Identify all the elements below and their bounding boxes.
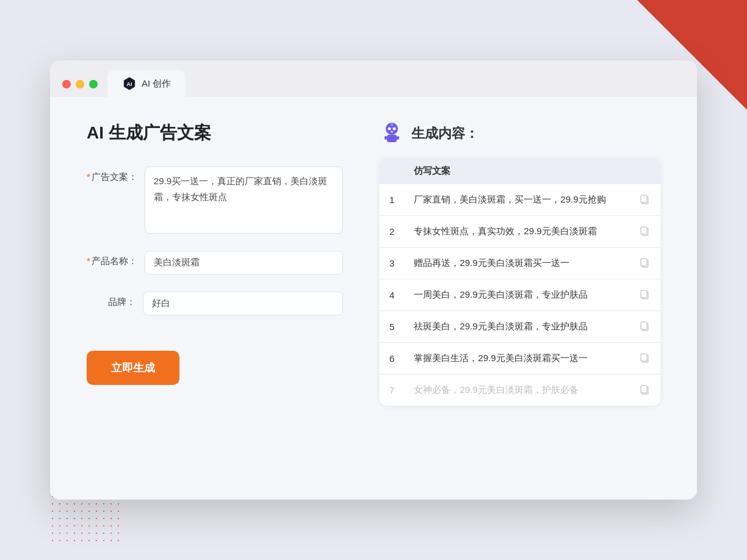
result-title: 生成内容： (411, 124, 478, 143)
column-header: 仿写文案 (404, 158, 629, 184)
row-number: 4 (380, 279, 404, 311)
row-number: 6 (380, 343, 404, 375)
table-row: 3 赠品再送，29.9元美白淡斑霜买一送一 (380, 248, 660, 279)
brand-group: 品牌： (87, 292, 343, 315)
main-content: AI 生成广告文案 *广告文案： 29.9买一送一，真正的厂家直销，美白淡斑霜，… (50, 97, 697, 500)
row-number: 1 (380, 184, 404, 216)
ad-copy-input[interactable]: 29.9买一送一，真正的厂家直销，美白淡斑霜，专抹女性斑点 (145, 167, 343, 234)
copy-icon[interactable] (638, 383, 651, 395)
row-text: 掌握美白生活，29.9元美白淡斑霜买一送一 (404, 343, 629, 375)
copy-icon[interactable] (638, 351, 651, 364)
right-panel: 生成内容： 仿写文案 1 厂家直销，美白淡斑霜，买一送一，29.9元抢购 (380, 121, 660, 475)
svg-rect-17 (641, 290, 647, 298)
table-row: 7 女神必备，29.9元美白淡斑霜，护肤必备 (380, 375, 660, 406)
copy-cell (629, 279, 660, 311)
result-header: 生成内容： (380, 121, 660, 146)
copy-cell (629, 216, 660, 248)
svg-rect-15 (641, 259, 647, 266)
maximize-button[interactable] (89, 80, 98, 88)
close-button[interactable] (62, 80, 71, 88)
svg-rect-5 (391, 131, 393, 132)
required-star-1: * (87, 171, 90, 182)
tab-label: AI 创作 (142, 78, 171, 90)
copy-cell (629, 311, 660, 343)
generate-button[interactable]: 立即生成 (87, 351, 179, 385)
table-row: 2 专抹女性斑点，真实功效，29.9元美白淡斑霜 (380, 216, 660, 248)
brand-input[interactable] (143, 292, 343, 315)
ad-copy-group: *广告文案： 29.9买一送一，真正的厂家直销，美白淡斑霜，专抹女性斑点 (87, 167, 343, 234)
svg-point-3 (388, 127, 391, 131)
ai-tab-icon: AI (122, 76, 137, 91)
svg-rect-23 (641, 386, 647, 393)
svg-rect-21 (641, 354, 647, 361)
minimize-button[interactable] (76, 80, 84, 88)
product-name-group: *产品名称： (87, 251, 343, 275)
page-title: AI 生成广告文案 (87, 121, 343, 145)
ad-copy-label: *广告文案： (87, 167, 137, 183)
svg-text:AI: AI (127, 81, 132, 87)
table-row: 6 掌握美白生活，29.9元美白淡斑霜买一送一 (380, 343, 660, 375)
svg-rect-2 (387, 135, 397, 142)
copy-icon[interactable] (638, 288, 651, 300)
browser-window: AI AI 创作 AI 生成广告文案 *广告文案： 29.9买一送一，真正的厂家… (50, 60, 697, 500)
product-name-label: *产品名称： (87, 251, 137, 267)
svg-rect-8 (384, 136, 387, 140)
copy-icon[interactable] (638, 320, 651, 332)
row-text: 专抹女性斑点，真实功效，29.9元美白淡斑霜 (404, 216, 629, 248)
svg-rect-9 (397, 136, 399, 140)
copy-cell (629, 375, 660, 406)
row-number: 5 (380, 311, 404, 343)
svg-rect-19 (641, 322, 647, 329)
bg-dots (49, 493, 122, 542)
row-number: 7 (380, 375, 404, 406)
table-row: 4 一周美白，29.9元美白淡斑霜，专业护肤品 (380, 279, 660, 311)
window-controls (62, 80, 98, 97)
copy-cell (629, 248, 660, 279)
copy-cell (629, 184, 660, 216)
svg-rect-11 (641, 195, 647, 203)
svg-point-4 (393, 127, 396, 131)
copy-icon[interactable] (638, 193, 651, 205)
row-text: 女神必备，29.9元美白淡斑霜，护肤必备 (404, 375, 629, 406)
table-header: 仿写文案 (380, 158, 660, 184)
result-container: 仿写文案 1 厂家直销，美白淡斑霜，买一送一，29.9元抢购 2 专抹女性斑点，… (380, 158, 660, 406)
required-star-2: * (87, 256, 90, 266)
table-row: 1 厂家直销，美白淡斑霜，买一送一，29.9元抢购 (380, 184, 660, 216)
row-text: 祛斑美白，29.9元美白淡斑霜，专业护肤品 (404, 311, 629, 343)
row-text: 一周美白，29.9元美白淡斑霜，专业护肤品 (404, 279, 629, 311)
title-bar: AI AI 创作 (50, 60, 697, 97)
copy-icon[interactable] (638, 224, 651, 237)
active-tab[interactable]: AI AI 创作 (107, 70, 186, 97)
row-text: 厂家直销，美白淡斑霜，买一送一，29.9元抢购 (404, 184, 629, 216)
copy-cell (629, 343, 660, 375)
robot-icon (380, 121, 404, 146)
result-table: 仿写文案 1 厂家直销，美白淡斑霜，买一送一，29.9元抢购 2 专抹女性斑点，… (380, 158, 660, 406)
table-row: 5 祛斑美白，29.9元美白淡斑霜，专业护肤品 (380, 311, 660, 343)
svg-rect-13 (641, 227, 647, 234)
row-number: 3 (380, 248, 404, 279)
brand-label: 品牌： (87, 292, 135, 308)
left-panel: AI 生成广告文案 *广告文案： 29.9买一送一，真正的厂家直销，美白淡斑霜，… (87, 121, 343, 475)
copy-icon[interactable] (638, 256, 651, 268)
row-text: 赠品再送，29.9元美白淡斑霜买一送一 (404, 248, 629, 279)
row-number: 2 (380, 216, 404, 248)
svg-point-6 (391, 123, 393, 126)
product-name-input[interactable] (145, 251, 343, 275)
